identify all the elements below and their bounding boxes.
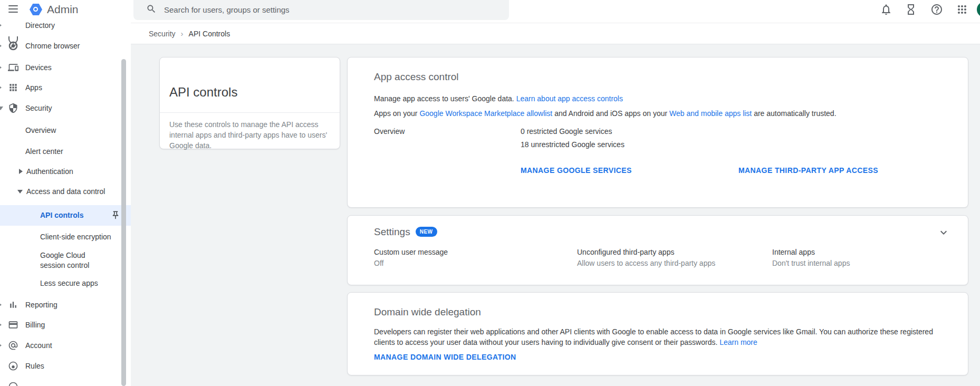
sidebar-item-label: Alert center [25,147,123,157]
breadcrumb-bar: Security›API Controls [131,23,980,44]
collapse-caret-icon[interactable] [17,190,23,194]
chrome-icon [8,41,18,51]
apps-icon [8,82,18,93]
setting-value: Off [374,259,577,267]
settings-header[interactable]: SettingsNEW [348,216,968,238]
sidebar-item-access-and-data-control[interactable]: Access and data control [0,181,131,201]
new-badge: NEW [416,227,437,237]
manage-domain-wide-delegation-button[interactable]: MANAGE DOMAIN WIDE DELEGATION [374,348,516,366]
marketplace-allowlist-link[interactable]: Google Workspace Marketplace allowlist [419,109,552,118]
setting-internal-apps: Internal apps Don't trust internal apps [772,248,850,267]
collapse-caret-icon [0,85,2,90]
search-bar[interactable] [133,0,509,20]
sidebar-item-label: Security [25,103,123,113]
sidebar-item-api-controls[interactable]: API controls [0,205,131,226]
sidebar-item-label: Rules [25,361,123,371]
card-title: App access control [348,57,968,83]
app-access-description-1: Manage app access to users' Google data.… [374,93,941,104]
sidebar-item-label: Authentication [26,167,123,177]
overview-row: Overview 0 restricted Google services 18… [348,127,968,149]
manage-third-party-app-access-button[interactable]: MANAGE THIRD-PARTY APP ACCESS [738,161,878,180]
menu-icon[interactable] [8,5,18,13]
app-access-control-card: App access control Manage app access to … [347,57,968,208]
sidebar-item-google-cloud-session-control[interactable]: Google Cloud session control [0,247,131,274]
restricted-services-count: 0 restricted Google services [521,127,624,136]
sidebar-item-label: Directory [25,21,123,31]
notifications-bell-icon[interactable] [880,3,892,16]
sidebar: Directory Chrome browser Devices Apps Se… [0,0,131,386]
sidebar-item-label: Less secure apps [40,278,123,288]
sidebar-item-label: Access and data control [26,187,123,197]
expand-caret-icon[interactable] [19,169,23,174]
learn-about-app-access-link[interactable]: Learn about app access controls [516,94,623,103]
circle-icon [8,381,18,386]
sidebar-item-label: Client-side encryption [40,232,123,242]
setting-value: Don't trust internal apps [772,259,850,267]
sidebar-item-reporting[interactable]: Reporting [0,295,131,315]
sidebar-item-authentication[interactable]: Authentication [0,161,131,181]
sidebar-item-label: Reporting [25,300,123,310]
sidebar-scrollbar[interactable] [121,59,126,386]
collapse-caret-icon [0,43,2,49]
chevron-down-icon[interactable] [937,226,950,239]
google-admin-logo-icon [30,3,42,16]
sidebar-item-alert-center[interactable]: Alert center [0,141,131,161]
sidebar-item-chrome-browser[interactable]: Chrome browser [0,36,131,56]
rules-icon [8,361,18,371]
sidebar-item-rules[interactable]: Rules [0,356,131,376]
breadcrumb-security-link[interactable]: Security [149,30,176,38]
setting-label: Unconfigured third-party apps [577,248,772,256]
setting-unconfigured-third-party-apps: Unconfigured third-party apps Allow user… [577,248,772,267]
manage-google-services-button[interactable]: MANAGE GOOGLE SERVICES [521,161,632,180]
account-at-icon [8,340,18,351]
card-title: Settings [374,226,410,237]
collapse-caret-icon [0,343,2,348]
pin-icon[interactable] [111,210,120,220]
sidebar-item-apps[interactable]: Apps [0,78,131,98]
sidebar-item-client-side-encryption[interactable]: Client-side encryption [0,227,131,247]
app-title: Admin [47,0,79,19]
search-icon [146,4,157,14]
security-shield-icon [8,103,18,113]
setting-label: Internal apps [772,248,850,256]
sidebar-item-security-overview[interactable]: Overview [0,120,131,140]
page-description: Use these controls to manage the API acc… [160,112,340,157]
settings-columns: Custom user message Off Unconfigured thi… [348,248,968,267]
sidebar-item-less-secure-apps[interactable]: Less secure apps [0,273,131,293]
overview-label: Overview [374,127,521,149]
breadcrumb: Security›API Controls [149,23,230,44]
sidebar-item-billing[interactable]: Billing [0,315,131,335]
sidebar-item-label: Overview [25,126,123,136]
sidebar-item-account[interactable]: Account [0,335,131,355]
sidebar-item-label: Apps [25,83,123,93]
web-mobile-apps-list-link[interactable]: Web and mobile apps list [669,109,752,118]
tasks-hourglass-icon[interactable] [905,3,917,16]
billing-card-icon [8,320,18,330]
sidebar-item-label: Devices [25,63,123,73]
sidebar-item-security[interactable]: Security [0,98,131,118]
settings-card: SettingsNEW Custom user message Off Unco… [347,215,968,285]
sidebar-item-label: Chrome browser [25,41,123,51]
unrestricted-services-count: 18 unrestricted Google services [521,140,624,149]
breadcrumb-separator-icon: › [181,29,184,38]
domain-wide-delegation-card: Domain wide delegation Developers can re… [347,292,968,375]
delegation-description: Developers can register their web applic… [374,326,954,348]
sidebar-item-partial[interactable] [0,377,131,386]
sidebar-item-devices[interactable]: Devices [0,57,131,78]
learn-more-link[interactable]: Learn more [719,338,757,346]
reporting-chart-icon [8,300,18,310]
sidebar-item-label: Billing [25,320,123,330]
collapse-caret-icon [0,322,2,327]
collapse-caret-icon [0,65,2,70]
sidebar-item-label: Google Cloud session control [40,250,99,271]
search-input[interactable] [164,1,491,18]
api-controls-info-card: API controls Use these controls to manag… [159,57,340,149]
help-icon[interactable] [930,3,943,16]
sidebar-item-label: Account [25,341,123,351]
collapse-caret-icon [0,23,2,28]
google-apps-grid-icon[interactable] [956,3,968,16]
setting-label: Custom user message [374,248,577,256]
page-title: API controls [160,57,340,112]
setting-value: Allow users to access any third-party ap… [577,259,772,267]
setting-custom-user-message: Custom user message Off [374,248,577,267]
